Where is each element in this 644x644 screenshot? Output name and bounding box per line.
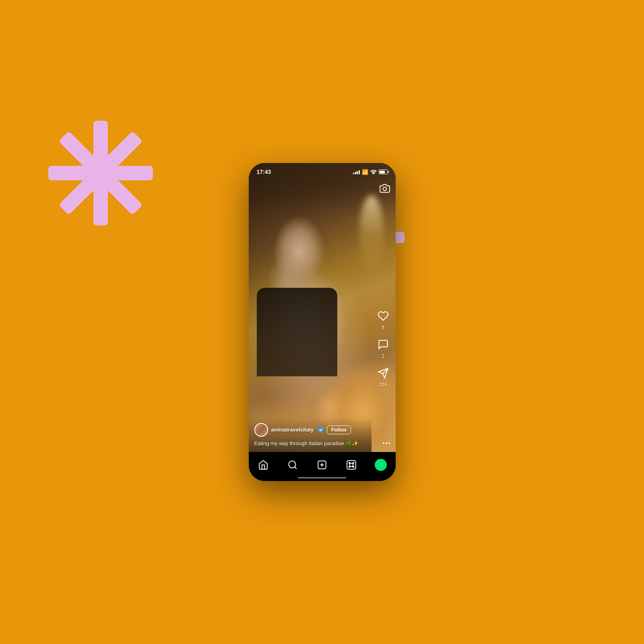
svg-rect-0 <box>93 121 108 225</box>
comment-button[interactable]: 2 <box>376 337 391 359</box>
svg-point-8 <box>373 173 374 174</box>
camera-button[interactable] <box>380 183 390 195</box>
post-caption: Eating my way through italian paradise 🌿… <box>254 440 366 447</box>
nav-reels[interactable] <box>343 456 360 474</box>
starburst-left <box>40 113 161 235</box>
search-icon <box>287 460 298 470</box>
svg-point-22 <box>353 466 354 468</box>
share-icon <box>378 367 389 379</box>
battery-icon <box>379 169 388 174</box>
svg-rect-17 <box>347 460 356 469</box>
wifi-icon: 📶 <box>362 169 368 175</box>
nav-search[interactable] <box>284 456 301 474</box>
heart-icon <box>378 310 389 322</box>
nav-create[interactable] <box>313 456 331 474</box>
status-bar: 17:43 📶 <box>249 163 396 181</box>
svg-rect-2 <box>48 166 153 180</box>
wifi-icon-svg <box>370 169 377 174</box>
check-icon <box>319 428 322 431</box>
follow-button[interactable]: Follow <box>327 425 351 434</box>
svg-line-13 <box>295 467 297 469</box>
svg-rect-1 <box>58 131 142 215</box>
comment-icon <box>378 339 389 350</box>
username[interactable]: aminatravelsitaly <box>271 427 314 433</box>
status-icons: 📶 <box>353 169 388 175</box>
create-icon <box>317 460 327 470</box>
svg-point-12 <box>289 461 295 468</box>
svg-point-9 <box>383 187 386 191</box>
svg-point-21 <box>349 466 350 468</box>
signal-icon <box>353 169 360 174</box>
post-image <box>249 163 396 452</box>
more-options[interactable] <box>383 442 390 444</box>
home-icon <box>258 460 268 470</box>
svg-rect-3 <box>58 131 142 215</box>
share-button[interactable]: 224 <box>376 365 391 388</box>
reels-icon <box>346 460 357 470</box>
phone-frame: 17:43 📶 <box>249 163 396 481</box>
nav-profile[interactable] <box>372 456 390 474</box>
like-button[interactable]: 8 <box>376 308 391 330</box>
verified-badge <box>318 427 324 433</box>
user-row: aminatravelsitaly Follow <box>254 423 366 437</box>
post-overlay: aminatravelsitaly Follow Eating my way t… <box>249 418 372 452</box>
status-time: 17:43 <box>257 169 271 175</box>
like-count: 8 <box>382 325 384 330</box>
share-count: 224 <box>379 382 387 388</box>
svg-point-19 <box>349 462 350 464</box>
feed-content[interactable]: 8 2 224 <box>249 163 396 452</box>
comment-count: 2 <box>382 353 384 359</box>
avatar[interactable] <box>254 423 268 437</box>
profile-dot <box>375 459 387 471</box>
svg-point-20 <box>353 462 354 464</box>
svg-point-18 <box>350 463 353 467</box>
home-indicator <box>298 477 346 479</box>
camera-icon <box>380 183 390 194</box>
nav-home[interactable] <box>254 456 272 474</box>
action-buttons: 8 2 224 <box>376 308 391 388</box>
